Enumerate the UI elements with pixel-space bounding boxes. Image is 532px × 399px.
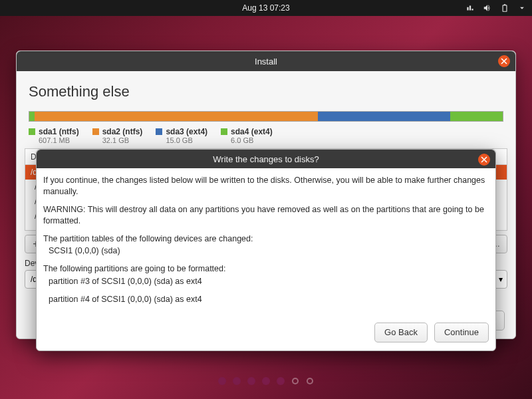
continue-button[interactable]: Continue bbox=[434, 323, 489, 342]
dialog-body: If you continue, the changes listed belo… bbox=[37, 168, 495, 317]
go-back-button[interactable]: Go Back bbox=[374, 323, 428, 342]
legend-item: sda3 (ext4) 15.0 GB bbox=[156, 127, 207, 144]
legend-item: sda1 (ntfs) 607.1 MB bbox=[29, 127, 79, 144]
dialog-para: If you continue, the changes listed belo… bbox=[43, 175, 489, 198]
dialog-indent: partition #3 of SCSI1 (0,0,0) (sda) as e… bbox=[49, 276, 489, 287]
dialog-indent: SCSI1 (0,0,0) (sda) bbox=[49, 245, 489, 257]
swatch-icon bbox=[92, 128, 99, 135]
legend-item: sda4 (ext4) 6.0 GB bbox=[221, 127, 273, 144]
partition-seg-sda3 bbox=[318, 112, 450, 121]
volume-icon[interactable] bbox=[483, 3, 492, 13]
network-icon[interactable] bbox=[466, 3, 475, 13]
close-icon[interactable] bbox=[478, 154, 490, 166]
dialog-warning: WARNING: This will destroy all data on a… bbox=[43, 204, 489, 227]
power-icon[interactable] bbox=[517, 3, 527, 13]
partition-seg-sda4 bbox=[450, 112, 503, 121]
chevron-down-icon: ▾ bbox=[499, 275, 503, 284]
window-title: Install bbox=[255, 57, 277, 66]
confirm-dialog: Write the changes to disks? If you conti… bbox=[36, 149, 496, 351]
partition-seg-sda1 bbox=[29, 112, 35, 121]
progress-dot bbox=[292, 378, 299, 384]
swatch-icon bbox=[29, 128, 35, 135]
progress-dot bbox=[277, 378, 284, 384]
partition-legend: sda1 (ntfs) 607.1 MB sda2 (ntfs) 32.1 GB… bbox=[29, 127, 503, 144]
progress-dot bbox=[219, 378, 225, 384]
progress-dots bbox=[0, 378, 532, 384]
dialog-para: The following partitions are going to be… bbox=[43, 263, 489, 275]
progress-dot bbox=[307, 378, 313, 384]
partition-seg-sda2 bbox=[35, 112, 318, 121]
datetime: Aug 13 07:23 bbox=[242, 3, 289, 13]
battery-icon[interactable] bbox=[500, 3, 509, 13]
dialog-title: Write the changes to disks? bbox=[213, 154, 319, 164]
top-bar: Aug 13 07:23 bbox=[0, 0, 532, 16]
dialog-titlebar: Write the changes to disks? bbox=[37, 150, 495, 168]
system-tray bbox=[466, 3, 527, 13]
progress-dot bbox=[248, 378, 255, 384]
swatch-icon bbox=[156, 128, 162, 135]
page-title: Something else bbox=[17, 71, 515, 107]
dialog-indent: partition #4 of SCSI1 (0,0,0) (sda) as e… bbox=[49, 294, 489, 305]
close-icon[interactable] bbox=[498, 55, 510, 67]
progress-dot bbox=[233, 378, 240, 384]
progress-dot bbox=[263, 378, 269, 384]
legend-item: sda2 (ntfs) 32.1 GB bbox=[92, 127, 143, 144]
partition-bar bbox=[29, 111, 503, 122]
dialog-para: The partition tables of the following de… bbox=[43, 233, 489, 245]
installer-titlebar: Install bbox=[17, 51, 515, 71]
swatch-icon bbox=[221, 128, 227, 135]
dialog-footer: Go Back Continue bbox=[37, 317, 495, 350]
